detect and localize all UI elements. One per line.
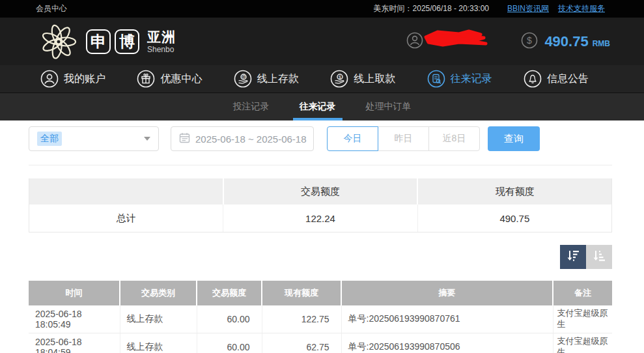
nav-label: 我的账户 — [64, 72, 105, 86]
records-table: 时间 交易类别 交易额度 现有额度 摘要 备注 2025-06-18 18:05… — [29, 281, 612, 353]
tech-support-link[interactable]: 技术支持服务 — [558, 3, 605, 14]
nav-label: 优惠中心 — [160, 72, 202, 86]
cell-note: 支付宝超级原生 — [553, 305, 612, 333]
cell-amount: 60.00 — [197, 333, 262, 353]
user-account-chip[interactable] — [406, 32, 491, 51]
nav-item-transaction-records[interactable]: 往来记录 — [427, 70, 492, 88]
summary-total-row: 总计 122.24 490.75 — [29, 205, 611, 232]
date-range-picker[interactable]: 2025-06-18 ~ 2025-06-18 — [171, 126, 314, 151]
logo-char-bo: 博 — [115, 29, 139, 54]
sort-ascending-button[interactable] — [586, 245, 612, 269]
dollar-coin-icon: $ — [521, 32, 538, 51]
deposit-icon: @ — [234, 70, 252, 88]
last-8-days-button[interactable]: 近8日 — [428, 126, 480, 151]
balance-display[interactable]: $ 490.75 RMB — [521, 32, 610, 51]
subtab-betting-records[interactable]: 投注记录 — [231, 93, 272, 120]
summary-header-trade-amount: 交易额度 — [223, 178, 417, 205]
records-icon — [427, 70, 445, 88]
col-header-time: 时间 — [29, 281, 120, 305]
quick-date-button-group: 今日 昨日 近8日 — [327, 126, 480, 151]
logo-region-label: 亚洲 — [147, 30, 176, 44]
sort-descending-icon — [566, 249, 580, 266]
cell-memo: 单号:202506193990870761 — [341, 305, 553, 333]
cell-memo: 单号:202506193990870506 — [341, 333, 553, 353]
search-button[interactable]: 查询 — [488, 126, 540, 151]
redacted-username-scribble — [423, 28, 488, 53]
section-divider — [29, 165, 612, 165]
cell-type: 线上存款 — [120, 333, 197, 353]
col-header-amount: 交易额度 — [197, 281, 262, 305]
summary-header-row: 交易额度 现有额度 — [29, 178, 611, 205]
logo-brand-en: Shenbo — [147, 46, 176, 53]
main-nav: 我的账户 优惠中心 @ — [0, 65, 644, 93]
table-row: 2025-06-18 18:04:59 线上存款 60.00 62.75 单号:… — [29, 333, 612, 353]
sub-nav: 投注记录 往来记录 处理中订单 — [0, 93, 644, 120]
balance-amount: 490.75 — [544, 33, 588, 50]
col-header-memo: 摘要 — [341, 281, 553, 305]
cell-note: 支付宝超级原生 — [553, 333, 612, 353]
records-header-row: 时间 交易类别 交易额度 现有额度 摘要 备注 — [29, 281, 612, 305]
svg-text:@: @ — [241, 74, 245, 79]
cell-balance: 122.75 — [262, 305, 341, 333]
calendar-icon — [179, 132, 190, 146]
bbin-news-link[interactable]: BBIN资讯网 — [507, 3, 549, 14]
cell-time: 2025-06-18 18:05:49 — [29, 305, 120, 333]
balance-currency: RMB — [593, 35, 610, 48]
eastern-time-label: 美东时间：2025/06/18 - 20:33:00 — [374, 3, 489, 14]
summary-total-label: 总计 — [29, 205, 223, 232]
user-icon — [40, 70, 59, 88]
col-header-type: 交易类别 — [120, 281, 197, 305]
top-utility-bar: 会员中心 美东时间：2025/06/18 - 20:33:00 BBIN资讯网 … — [0, 0, 644, 18]
sort-toolbar — [29, 245, 612, 269]
nav-label: 线上取款 — [354, 72, 395, 86]
svg-text:$: $ — [527, 35, 532, 46]
subtab-transaction-records[interactable]: 往来记录 — [297, 93, 339, 120]
date-range-value: 2025-06-18 ~ 2025-06-18 — [195, 134, 307, 145]
shenbo-logo[interactable]: 申 博 亚洲 Shenbo — [38, 21, 176, 62]
cell-type: 线上存款 — [120, 305, 197, 333]
flower-logo-icon — [38, 21, 79, 62]
today-button[interactable]: 今日 — [327, 126, 378, 151]
summary-trade-amount-value: 122.24 — [223, 205, 417, 232]
nav-item-my-account[interactable]: 我的账户 — [40, 70, 105, 88]
summary-header-current-amount: 现有额度 — [417, 178, 611, 205]
nav-label: 线上存款 — [257, 72, 299, 86]
member-center-page: 会员中心 美东时间：2025/06/18 - 20:33:00 BBIN资讯网 … — [0, 0, 644, 353]
type-dropdown[interactable]: 全部 — [29, 126, 159, 151]
type-dropdown-value: 全部 — [37, 132, 62, 146]
member-center-label: 会员中心 — [36, 3, 67, 14]
sort-descending-button[interactable] — [560, 245, 586, 269]
nav-label: 往来记录 — [451, 72, 492, 86]
sort-ascending-icon — [592, 249, 606, 266]
filter-row: 全部 2025-06-18 ~ 2025-06-18 今日 — [29, 126, 612, 151]
brand-header: 申 博 亚洲 Shenbo — [0, 18, 644, 65]
main-content: 全部 2025-06-18 ~ 2025-06-18 今日 — [0, 120, 644, 353]
table-row: 2025-06-18 18:05:49 线上存款 60.00 122.75 单号… — [29, 305, 612, 333]
bell-icon — [524, 70, 542, 88]
svg-text:$: $ — [339, 75, 341, 79]
nav-item-withdraw[interactable]: $ 线上取款 — [330, 70, 395, 88]
withdraw-icon: $ — [330, 70, 348, 88]
subtab-pending-orders[interactable]: 处理中订单 — [363, 93, 414, 120]
cell-balance: 62.75 — [262, 333, 341, 353]
cell-amount: 60.00 — [197, 305, 262, 333]
chevron-down-icon — [144, 137, 150, 141]
summary-table: 交易额度 现有额度 总计 122.24 490.75 — [29, 178, 612, 233]
cell-time: 2025-06-18 18:04:59 — [29, 333, 120, 353]
avatar-icon — [406, 32, 423, 51]
summary-header-empty — [29, 178, 223, 205]
col-header-balance: 现有额度 — [262, 281, 341, 305]
nav-item-announcements[interactable]: 信息公告 — [524, 70, 589, 88]
nav-item-promotions[interactable]: 优惠中心 — [137, 70, 202, 88]
logo-char-shen: 申 — [86, 29, 111, 54]
nav-label: 信息公告 — [547, 72, 589, 86]
yesterday-button[interactable]: 昨日 — [378, 126, 429, 151]
summary-current-amount-value: 490.75 — [417, 205, 611, 232]
nav-item-deposit[interactable]: @ 线上存款 — [234, 70, 299, 88]
gift-icon — [137, 70, 155, 88]
col-header-note: 备注 — [553, 281, 612, 305]
